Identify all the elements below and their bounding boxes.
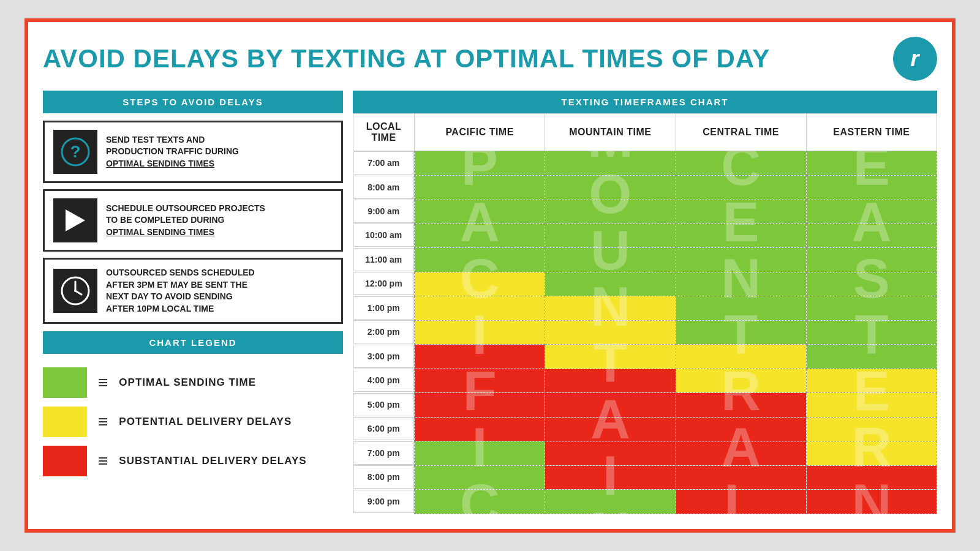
central-cell xyxy=(676,490,806,514)
eastern-cell xyxy=(806,417,937,441)
pacific-cell xyxy=(415,490,545,514)
central-cell xyxy=(676,272,806,296)
time-cell: 3:00 pm xyxy=(353,345,415,368)
mountain-cell xyxy=(545,223,676,247)
pacific-cell xyxy=(415,151,545,176)
central-cell xyxy=(676,223,806,247)
central-cell xyxy=(676,151,806,176)
table-row: 11:00 am xyxy=(353,248,937,272)
logo: r xyxy=(893,37,937,81)
central-cell xyxy=(676,176,806,200)
equals-red: ≡ xyxy=(98,451,105,471)
equals-green: ≡ xyxy=(98,373,105,392)
pacific-cell xyxy=(415,393,545,417)
step-2: SCHEDULE OUTSOURCED PROJECTS TO BE COMPL… xyxy=(43,189,343,252)
time-cell: 4:00 pm xyxy=(353,369,415,392)
col-eastern: EASTERN TIME xyxy=(806,114,937,151)
mountain-cell xyxy=(545,369,676,392)
table-row: 3:00 pm xyxy=(353,345,937,369)
table-row: 1:00 pm xyxy=(353,296,937,320)
pacific-cell xyxy=(415,200,545,223)
mountain-cell xyxy=(545,272,676,296)
chart-area: LOCAL TIME PACIFIC TIME MOUNTAIN TIME CE… xyxy=(353,113,937,514)
pacific-cell xyxy=(415,441,545,465)
central-cell xyxy=(676,296,806,320)
table-row: 5:00 pm xyxy=(353,393,937,417)
table-row: 9:00 pm xyxy=(353,490,937,514)
eastern-cell xyxy=(806,320,937,344)
eastern-cell xyxy=(806,441,937,465)
mountain-cell xyxy=(545,345,676,369)
table-row: 10:00 am xyxy=(353,223,937,247)
pacific-cell xyxy=(415,320,545,344)
eastern-cell xyxy=(806,248,937,272)
time-cell: 6:00 pm xyxy=(353,417,415,440)
equals-yellow: ≡ xyxy=(98,412,105,432)
yellow-swatch xyxy=(43,407,87,437)
step-1-text: SEND TEST TEXTS AND PRODUCTION TRAFFIC D… xyxy=(106,134,239,170)
pacific-cell xyxy=(415,223,545,247)
eastern-cell xyxy=(806,176,937,200)
eastern-cell xyxy=(806,345,937,369)
yellow-label: POTENTIAL DELIVERY DELAYS xyxy=(119,416,292,428)
time-cell: 7:00 am xyxy=(353,151,415,174)
question-icon: ? xyxy=(53,130,97,174)
time-cell: 10:00 am xyxy=(353,223,415,247)
mountain-cell xyxy=(545,441,676,465)
red-swatch xyxy=(43,446,87,476)
title-row: AVOID DELAYS BY TEXTING AT OPTIMAL TIMES… xyxy=(43,37,937,81)
step-3: OUTSOURCED SENDS SCHEDULED AFTER 3PM ET … xyxy=(43,258,343,324)
table-row: 12:00 pm xyxy=(353,272,937,296)
time-cell: 7:00 pm xyxy=(353,441,415,465)
arrow-icon xyxy=(53,198,97,242)
chart-header: TEXTING TIMEFRAMES CHART xyxy=(353,91,937,113)
step-3-text: OUTSOURCED SENDS SCHEDULED AFTER 3PM ET … xyxy=(106,267,255,315)
central-cell xyxy=(676,393,806,417)
mountain-cell xyxy=(545,248,676,272)
table-row: 4:00 pm xyxy=(353,369,937,392)
table-row: 7:00 pm xyxy=(353,441,937,465)
central-cell xyxy=(676,369,806,392)
pacific-cell xyxy=(415,248,545,272)
chart-table: LOCAL TIME PACIFIC TIME MOUNTAIN TIME CE… xyxy=(353,113,937,514)
pacific-cell xyxy=(415,272,545,296)
pacific-cell xyxy=(415,176,545,200)
svg-marker-2 xyxy=(66,209,85,231)
central-cell xyxy=(676,441,806,465)
pacific-cell xyxy=(415,417,545,441)
legend-section: ≡ OPTIMAL SENDING TIME ≡ POTENTIAL DELIV… xyxy=(43,361,343,482)
legend-green: ≡ OPTIMAL SENDING TIME xyxy=(43,367,343,398)
time-cell: 8:00 pm xyxy=(353,465,415,489)
mountain-cell xyxy=(545,465,676,489)
mountain-cell xyxy=(545,490,676,514)
legend-header: CHART LEGEND xyxy=(43,331,343,354)
right-panel: TEXTING TIMEFRAMES CHART LOCAL TIME P xyxy=(353,91,937,514)
central-cell xyxy=(676,200,806,223)
time-cell: 2:00 pm xyxy=(353,320,415,343)
table-row: 6:00 pm xyxy=(353,417,937,441)
mountain-cell xyxy=(545,393,676,417)
eastern-cell xyxy=(806,151,937,176)
eastern-cell xyxy=(806,490,937,514)
eastern-cell xyxy=(806,296,937,320)
step-2-text: SCHEDULE OUTSOURCED PROJECTS TO BE COMPL… xyxy=(106,203,265,239)
red-label: SUBSTANTIAL DELIVERY DELAYS xyxy=(119,455,306,467)
col-mountain: MOUNTAIN TIME xyxy=(545,114,676,151)
steps-header: STEPS TO AVOID DELAYS xyxy=(43,91,343,113)
eastern-cell xyxy=(806,465,937,489)
col-central: CENTRAL TIME xyxy=(676,114,806,151)
eastern-cell xyxy=(806,272,937,296)
table-row: 8:00 pm xyxy=(353,465,937,489)
time-cell: 9:00 am xyxy=(353,200,415,223)
legend-yellow: ≡ POTENTIAL DELIVERY DELAYS xyxy=(43,407,343,437)
legend-red: ≡ SUBSTANTIAL DELIVERY DELAYS xyxy=(43,446,343,476)
mountain-cell xyxy=(545,296,676,320)
eastern-cell xyxy=(806,223,937,247)
time-cell: 5:00 pm xyxy=(353,393,415,416)
mountain-cell xyxy=(545,176,676,200)
mountain-cell xyxy=(545,151,676,176)
table-row: 7:00 am xyxy=(353,151,937,176)
svg-point-6 xyxy=(74,290,77,292)
table-row: 2:00 pm xyxy=(353,320,937,344)
left-panel: STEPS TO AVOID DELAYS ? SEND TEST TEXTS … xyxy=(43,91,343,514)
